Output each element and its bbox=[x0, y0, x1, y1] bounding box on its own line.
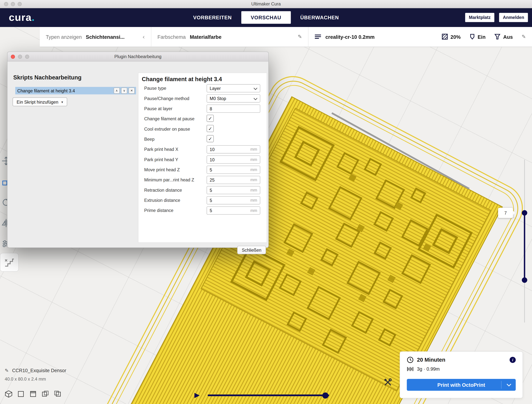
tab-vorbereiten[interactable]: VORBEREITEN bbox=[184, 8, 241, 27]
print-with-octoprint-button[interactable]: Print with OctoPrint bbox=[407, 379, 516, 391]
field-row: Park print head X mm bbox=[139, 144, 267, 154]
collapse-panel-icon[interactable]: ‹ bbox=[142, 33, 145, 40]
park-y-input[interactable] bbox=[207, 156, 244, 163]
field-row: Pause/Change method M0 Stop bbox=[139, 93, 267, 103]
print-time: 20 Minuten bbox=[417, 357, 445, 363]
support-setting-chip[interactable]: Aus bbox=[494, 33, 513, 40]
support-icon bbox=[494, 33, 500, 40]
model-dimensions: 40.0 x 80.0 x 2.4 mm bbox=[5, 377, 66, 382]
field-unit: mm bbox=[250, 178, 257, 182]
park-x-input[interactable] bbox=[207, 146, 244, 153]
dialog-close-button[interactable] bbox=[11, 55, 15, 59]
window-close-button[interactable] bbox=[4, 2, 8, 6]
view-right-icon[interactable] bbox=[54, 390, 61, 398]
info-icon[interactable]: i bbox=[510, 357, 516, 363]
field-label: Minimum par...rint head Z bbox=[144, 177, 194, 183]
prime-input[interactable] bbox=[207, 207, 244, 214]
marketplace-button[interactable]: Marktplatz bbox=[465, 13, 494, 22]
field-label: Extrusion distance bbox=[144, 198, 180, 203]
move-script-down-button[interactable]: ∨ bbox=[121, 88, 127, 94]
signin-button[interactable]: Anmelden bbox=[499, 13, 528, 22]
field-unit: mm bbox=[250, 198, 257, 203]
view-type-label: Typen anzeigen bbox=[46, 34, 82, 39]
pause-method-select[interactable]: M0 Stop bbox=[207, 94, 260, 103]
tab-vorschau[interactable]: VORSCHAU bbox=[241, 11, 291, 24]
rename-model-pencil-icon[interactable]: ✎ bbox=[5, 368, 9, 373]
pause-type-select[interactable]: Layer bbox=[207, 84, 260, 92]
dialog-close-action-button[interactable]: Schließen bbox=[237, 246, 266, 254]
field-label: Retraction distance bbox=[144, 188, 182, 193]
infill-setting-chip[interactable]: 20% bbox=[442, 33, 461, 40]
edit-color-scheme-pencil-icon[interactable]: ✎ bbox=[298, 33, 302, 40]
printer-profile-selector[interactable]: creality-cr-10 0.2mm bbox=[325, 34, 375, 39]
layer-slider-handle-top[interactable] bbox=[522, 210, 527, 216]
min-park-z-field: mm bbox=[207, 176, 260, 184]
layer-slider-range[interactable] bbox=[524, 213, 525, 280]
app-window: 7 ▶ ✎ CCR10_Exquisite Densor 40.0 x 80.0… bbox=[0, 0, 532, 404]
script-item-label: Change filament at height 3.4 bbox=[17, 88, 75, 93]
layer-number: 7 bbox=[504, 210, 507, 215]
simulation-slider-track[interactable] bbox=[208, 394, 329, 396]
adhesion-icon bbox=[469, 33, 475, 40]
edit-print-settings-pencil-icon[interactable]: ✎ bbox=[522, 33, 526, 40]
script-settings-title: Change filament at height 3.4 bbox=[142, 76, 222, 83]
select-value: M0 Stop bbox=[210, 96, 226, 101]
simulation-play-button[interactable]: ▶ bbox=[194, 391, 200, 399]
pause-at-layer-field bbox=[207, 105, 260, 113]
view-top-icon[interactable] bbox=[29, 390, 37, 398]
dialog-zoom-button bbox=[25, 55, 29, 59]
view-3d-icon[interactable] bbox=[5, 390, 13, 398]
material-usage: 3g · 0.99m bbox=[417, 366, 440, 372]
post-processing-dialog: Plugin Nachbearbeitung Skripts Nachbearb… bbox=[7, 51, 269, 248]
change-filament-checkbox[interactable]: ✓ bbox=[207, 115, 214, 122]
field-row: Cool extruder on pause ✓ bbox=[139, 124, 267, 134]
beep-checkbox[interactable]: ✓ bbox=[207, 135, 214, 142]
move-z-field: mm bbox=[207, 166, 260, 174]
adhesion-value: Ein bbox=[478, 34, 486, 39]
color-scheme-dropdown[interactable]: Materialfarbe bbox=[190, 34, 222, 39]
chevron-down-icon[interactable] bbox=[507, 384, 511, 386]
print-job-card: 20 Minuten i 3g · 0.99m Print with OctoP… bbox=[400, 351, 523, 398]
window-minimize-button[interactable] bbox=[11, 2, 15, 6]
field-label: Beep bbox=[144, 137, 155, 142]
tab-ueberwachen[interactable]: ÜBERWACHEN bbox=[291, 8, 348, 27]
field-row: Pause type Layer bbox=[139, 83, 267, 93]
printer-settings-bar: creality-cr-10 0.2mm 20% Ein Aus ✎ bbox=[308, 27, 532, 46]
view-type-dropdown[interactable]: Schichtenansi... bbox=[86, 34, 125, 39]
min-park-z-input[interactable] bbox=[207, 176, 244, 184]
field-unit: mm bbox=[250, 157, 257, 162]
view-left-icon[interactable] bbox=[41, 390, 49, 398]
remove-script-button[interactable]: ✕ bbox=[128, 88, 135, 94]
park-y-field: mm bbox=[207, 155, 260, 164]
field-label: Change filament at pause bbox=[144, 116, 194, 122]
adhesion-setting-chip[interactable]: Ein bbox=[469, 33, 486, 40]
add-script-label: Ein Skript hinzufügen bbox=[17, 99, 58, 104]
script-list-item[interactable]: Change filament at height 3.4 ∧ ∨ ✕ bbox=[15, 87, 136, 94]
field-row: Minimum par...rint head Z mm bbox=[139, 175, 267, 185]
window-zoom-button[interactable] bbox=[18, 2, 22, 6]
extrusion-input[interactable] bbox=[207, 197, 244, 204]
support-blocker-tool[interactable] bbox=[0, 253, 19, 272]
field-label: Pause at layer bbox=[144, 106, 172, 111]
field-row: Retraction distance mm bbox=[139, 185, 267, 195]
simulation-slider-handle[interactable] bbox=[322, 392, 329, 398]
clock-icon bbox=[407, 356, 414, 363]
park-x-field: mm bbox=[207, 145, 260, 153]
field-row: Park print head Y mm bbox=[139, 154, 267, 165]
cool-extruder-checkbox[interactable]: ✓ bbox=[207, 125, 214, 132]
field-label: Park print head Y bbox=[144, 157, 178, 162]
view-toolbar: Typen anzeigen Schichtenansi... ‹ Farbsc… bbox=[40, 27, 532, 47]
pause-at-layer-input[interactable] bbox=[207, 105, 244, 112]
view-front-icon[interactable] bbox=[17, 390, 25, 398]
move-z-input[interactable] bbox=[207, 166, 244, 173]
infill-icon bbox=[442, 33, 448, 40]
retraction-input[interactable] bbox=[207, 186, 244, 194]
select-value: Layer bbox=[210, 86, 221, 91]
print-button-label: Print with OctoPrint bbox=[437, 382, 485, 388]
add-script-dropdown[interactable]: Ein Skript hinzufügen ▾ bbox=[13, 97, 67, 106]
move-script-up-button[interactable]: ∧ bbox=[114, 88, 120, 94]
dialog-titlebar[interactable]: Plugin Nachbearbeitung bbox=[7, 52, 268, 61]
print-settings-wrench-icon[interactable] bbox=[383, 378, 392, 388]
extrusion-field: mm bbox=[207, 196, 260, 204]
layer-slider-handle-bottom[interactable] bbox=[522, 277, 527, 283]
